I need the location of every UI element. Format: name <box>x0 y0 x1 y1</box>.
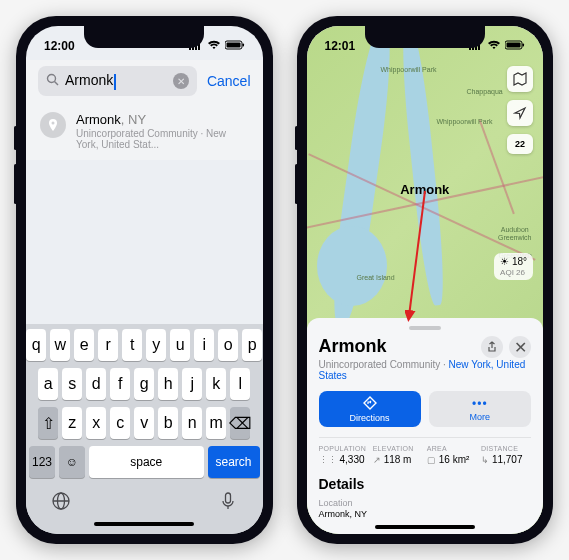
clear-icon[interactable]: ✕ <box>173 73 189 89</box>
key-q[interactable]: q <box>26 329 46 361</box>
key-f[interactable]: f <box>110 368 130 400</box>
phone-left: 12:00 Armonk ✕ Cancel Armonk, NY Unincor… <box>16 16 273 544</box>
status-time: 12:00 <box>44 39 75 53</box>
keyboard: q w e r t y u i o p a s d f g h j k l <box>26 324 263 534</box>
key-search[interactable]: search <box>208 446 260 478</box>
key-t[interactable]: t <box>122 329 142 361</box>
screen-right: 12:01 Whippoorwill Park Chappaqua Whippo… <box>307 26 544 534</box>
key-l[interactable]: l <box>230 368 250 400</box>
weather-temp: ☀ 18° <box>500 256 527 268</box>
map-mode-button[interactable] <box>507 66 533 92</box>
key-s[interactable]: s <box>62 368 82 400</box>
key-row-2: a s d f g h j k l <box>29 368 260 400</box>
search-text: Armonk <box>65 72 167 89</box>
detail-location: Location Armonk, NY <box>319 498 532 519</box>
key-v[interactable]: v <box>134 407 154 439</box>
place-card[interactable]: Armonk ✕ Unincorporated Community · New … <box>307 318 544 534</box>
key-e[interactable]: e <box>74 329 94 361</box>
home-indicator[interactable] <box>375 525 475 529</box>
key-backspace[interactable]: ⌫ <box>230 407 250 439</box>
key-p[interactable]: p <box>242 329 262 361</box>
directions-button[interactable]: Directions <box>319 391 421 427</box>
keyboard-bottom <box>29 485 260 519</box>
key-c[interactable]: c <box>110 407 130 439</box>
key-g[interactable]: g <box>134 368 154 400</box>
stat-area: AREA ▢16 km² <box>427 445 477 465</box>
weather-widget[interactable]: ☀ 18° AQI 26 <box>494 253 533 280</box>
cancel-button[interactable]: Cancel <box>207 73 251 89</box>
key-r[interactable]: r <box>98 329 118 361</box>
globe-icon[interactable] <box>51 491 71 515</box>
water <box>317 226 387 306</box>
key-d[interactable]: d <box>86 368 106 400</box>
battery-icon <box>505 39 525 53</box>
key-shift[interactable]: ⇧ <box>38 407 58 439</box>
key-m[interactable]: m <box>206 407 226 439</box>
close-button[interactable]: ✕ <box>509 336 531 358</box>
key-u[interactable]: u <box>170 329 190 361</box>
phone-right: 12:01 Whippoorwill Park Chappaqua Whippo… <box>297 16 554 544</box>
key-emoji[interactable]: ☺ <box>59 446 85 478</box>
more-icon: ••• <box>472 397 488 411</box>
annotation-arrow <box>405 186 445 326</box>
home-indicator[interactable] <box>94 522 194 526</box>
svg-rect-21 <box>523 44 525 47</box>
key-space[interactable]: space <box>89 446 204 478</box>
share-button[interactable] <box>481 336 503 358</box>
key-n[interactable]: n <box>182 407 202 439</box>
mic-icon[interactable] <box>218 491 238 515</box>
key-w[interactable]: w <box>50 329 70 361</box>
search-input[interactable]: Armonk ✕ <box>38 66 197 96</box>
key-o[interactable]: o <box>218 329 238 361</box>
key-row-1: q w e r t y u i o p <box>29 329 260 361</box>
elevation-icon: ↗ <box>373 455 381 465</box>
key-k[interactable]: k <box>206 368 226 400</box>
notch <box>365 26 485 48</box>
stat-population: POPULATION ⋮⋮4,330 <box>319 445 369 465</box>
park-label: Whippoorwill Park <box>437 118 493 126</box>
suggestion-subtitle: Unincorporated Community · New York, Uni… <box>76 128 249 150</box>
notch <box>84 26 204 48</box>
search-suggestion[interactable]: Armonk, NY Unincorporated Community · Ne… <box>26 102 263 160</box>
battery-icon <box>225 39 245 53</box>
search-bar: Armonk ✕ Cancel <box>26 60 263 102</box>
key-i[interactable]: i <box>194 329 214 361</box>
road <box>479 120 515 214</box>
wifi-icon <box>207 39 221 53</box>
stat-distance: DISTANCE ↳11,707 <box>481 445 531 465</box>
screen-left: 12:00 Armonk ✕ Cancel Armonk, NY Unincor… <box>26 26 263 534</box>
svg-point-9 <box>52 122 55 125</box>
suggestion-region: , NY <box>121 112 146 127</box>
stats-row[interactable]: POPULATION ⋮⋮4,330 ELEVATION ↗118 m AREA… <box>319 437 532 472</box>
svg-rect-5 <box>226 43 240 48</box>
key-j[interactable]: j <box>182 368 202 400</box>
key-b[interactable]: b <box>158 407 178 439</box>
key-h[interactable]: h <box>158 368 178 400</box>
locate-button[interactable] <box>507 100 533 126</box>
sheet-handle[interactable] <box>409 326 441 330</box>
area-icon: ▢ <box>427 455 436 465</box>
key-a[interactable]: a <box>38 368 58 400</box>
svg-rect-13 <box>225 493 230 503</box>
details-header: Details <box>319 476 532 492</box>
key-z[interactable]: z <box>62 407 82 439</box>
card-subtitle: Unincorporated Community · New York, Uni… <box>319 359 532 381</box>
wifi-icon <box>487 39 501 53</box>
card-title: Armonk <box>319 336 476 357</box>
park-label: Audubon Greenwich <box>487 226 544 241</box>
directions-icon <box>363 396 377 412</box>
key-123[interactable]: 123 <box>29 446 55 478</box>
key-x[interactable]: x <box>86 407 106 439</box>
svg-line-22 <box>409 191 425 316</box>
status-time: 12:01 <box>325 39 356 53</box>
key-row-4: 123 ☺ space search <box>29 446 260 478</box>
park-label: Whippoorwill Park <box>381 66 437 74</box>
stat-elevation: ELEVATION ↗118 m <box>373 445 423 465</box>
svg-rect-20 <box>507 43 521 48</box>
more-button[interactable]: ••• More <box>429 391 531 427</box>
pin-icon <box>40 112 66 138</box>
key-y[interactable]: y <box>146 329 166 361</box>
population-icon: ⋮⋮ <box>319 455 337 465</box>
suggestion-text: Armonk, NY Unincorporated Community · Ne… <box>76 112 249 150</box>
distance-icon: ↳ <box>481 455 489 465</box>
